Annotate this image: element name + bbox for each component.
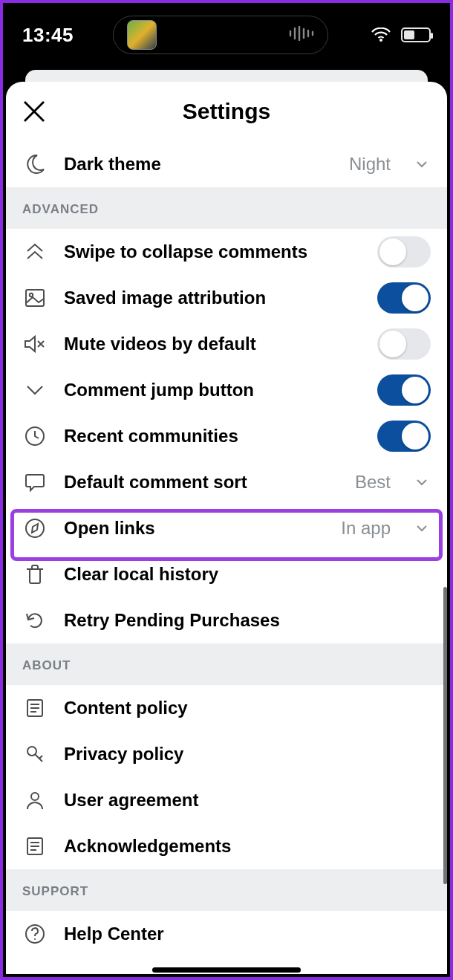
chevron-down-big-icon [22, 377, 48, 403]
status-time: 13:45 [22, 24, 74, 47]
toggle-comment-jump[interactable] [377, 374, 431, 406]
jump-label: Comment jump button [64, 380, 254, 400]
app-thumbnail-icon [127, 20, 157, 50]
comment-icon [22, 470, 48, 495]
battery-icon [401, 27, 431, 42]
chevron-down-icon [413, 155, 431, 173]
document-lines-icon [22, 695, 48, 721]
clear-label: Clear local history [64, 564, 218, 585]
row-mute-videos[interactable]: Mute videos by default [6, 321, 447, 367]
sort-value: Best [355, 472, 391, 493]
user-icon [22, 788, 48, 813]
scroll-indicator[interactable] [443, 587, 447, 884]
row-saved-attribution[interactable]: Saved image attribution [6, 275, 447, 321]
row-open-links[interactable]: Open links In app [6, 505, 447, 551]
row-clear-history[interactable]: Clear local history [6, 551, 447, 597]
wifi-icon [371, 27, 391, 42]
sort-label: Default comment sort [64, 472, 247, 493]
chevron-down-icon [413, 473, 431, 491]
row-dark-theme[interactable]: Dark theme Night [6, 141, 447, 187]
privacy-label: Privacy policy [64, 744, 183, 765]
mute-label: Mute videos by default [64, 334, 256, 354]
help-label: Help Center [64, 924, 164, 944]
svg-marker-11 [25, 337, 35, 351]
key-icon [22, 742, 48, 767]
toggle-swipe-collapse[interactable] [377, 236, 431, 267]
row-swipe-collapse[interactable]: Swipe to collapse comments [6, 229, 447, 275]
recent-label: Recent communities [64, 426, 238, 447]
svg-point-22 [31, 793, 39, 800]
double-chevron-up-icon [22, 239, 48, 265]
toggle-mute-videos[interactable] [377, 328, 431, 360]
document-lines-icon [22, 834, 48, 859]
section-header-about: ABOUT [6, 643, 447, 685]
svg-marker-16 [32, 524, 38, 533]
saved-label: Saved image attribution [64, 288, 266, 308]
toggle-recent-communities[interactable] [377, 421, 431, 452]
toggle-saved-attribution[interactable] [377, 282, 431, 314]
help-icon [22, 921, 48, 947]
dark-theme-value: Night [349, 154, 391, 175]
row-retry-purchases[interactable]: Retry Pending Purchases [6, 597, 447, 643]
ack-label: Acknowledgements [64, 836, 231, 857]
section-header-advanced: ADVANCED [6, 187, 447, 229]
page-title: Settings [19, 99, 434, 124]
svg-point-15 [26, 519, 44, 537]
row-comment-jump[interactable]: Comment jump button [6, 367, 447, 413]
row-default-sort[interactable]: Default comment sort Best [6, 459, 447, 505]
row-help-center[interactable]: Help Center [6, 911, 447, 957]
home-indicator[interactable] [152, 967, 301, 973]
row-content-policy[interactable]: Content policy [6, 685, 447, 731]
status-bar: 13:45 [3, 3, 450, 67]
user-label: User agreement [64, 790, 198, 811]
dynamic-island [113, 16, 328, 54]
trash-icon [22, 562, 48, 587]
settings-card: Settings Dark theme Night ADVANCED Swipe… [6, 82, 447, 974]
retry-label: Retry Pending Purchases [64, 610, 280, 631]
svg-point-10 [30, 293, 33, 296]
section-header-support: SUPPORT [6, 869, 447, 911]
row-acknowledgements[interactable]: Acknowledgements [6, 823, 447, 869]
svg-point-6 [379, 39, 382, 42]
chevron-down-icon [413, 519, 431, 537]
links-label: Open links [64, 518, 155, 539]
links-value: In app [341, 518, 391, 539]
audio-wave-icon [289, 26, 314, 44]
moon-icon [22, 152, 48, 177]
compass-icon [22, 516, 48, 541]
row-recent-communities[interactable]: Recent communities [6, 413, 447, 459]
svg-rect-9 [26, 290, 44, 306]
swipe-label: Swipe to collapse comments [64, 241, 307, 262]
row-user-agreement[interactable]: User agreement [6, 777, 447, 823]
mute-icon [22, 331, 48, 357]
row-privacy-policy[interactable]: Privacy policy [6, 731, 447, 777]
dark-theme-label: Dark theme [64, 154, 161, 175]
clock-icon [22, 424, 48, 449]
image-icon [22, 285, 48, 311]
refresh-icon [22, 608, 48, 633]
content-label: Content policy [64, 698, 188, 718]
svg-point-28 [34, 938, 36, 940]
